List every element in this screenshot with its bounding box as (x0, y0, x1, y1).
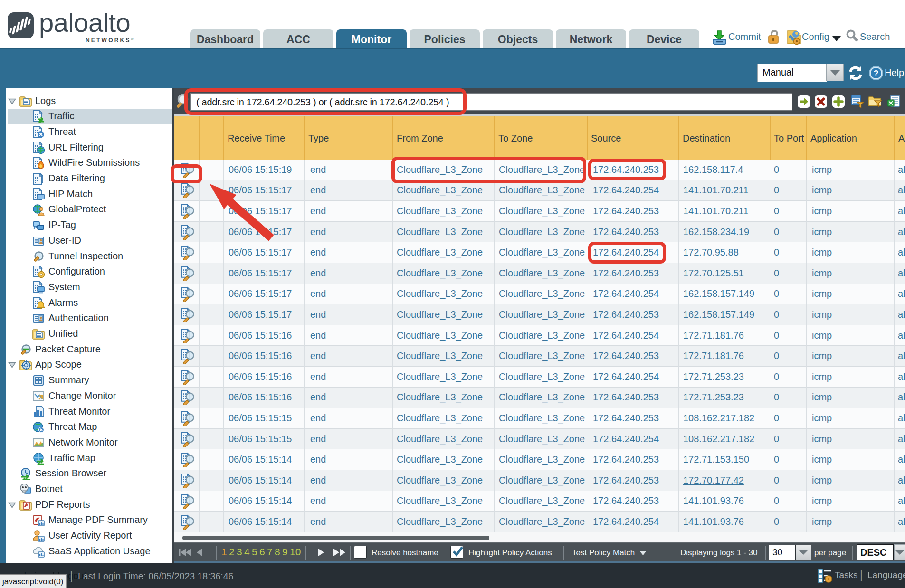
svg-text:?: ? (874, 69, 879, 78)
svg-text:A: A (25, 503, 28, 507)
